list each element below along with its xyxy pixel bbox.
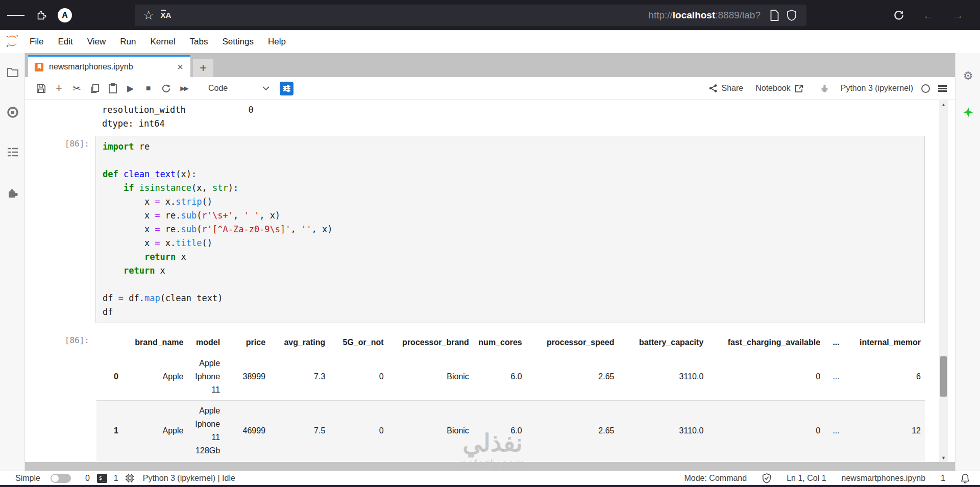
run-cell-button[interactable]: ▶ [121,81,139,96]
new-tab-button[interactable]: + [193,59,213,77]
code-line: x = x.title() [103,236,919,250]
code-line: def clean_text(x): [103,167,919,181]
kernels-count: 1 [114,474,118,483]
command-mode-indicator[interactable]: Mode: Command [684,474,747,483]
running-kernels-icon[interactable] [0,106,25,118]
browser-profile-avatar[interactable]: A [56,7,74,24]
extension-manager-icon[interactable] [0,187,25,199]
share-button[interactable]: Share [722,84,744,93]
notebook-content[interactable]: resolution_width 0dtype: int64 [86]: imp… [25,100,955,462]
browser-extension-puzzle-icon[interactable] [33,7,50,24]
kernel-chip-icon[interactable] [125,473,135,483]
table-header-cell: 5G_or_not [329,332,387,353]
browser-menu-icon[interactable] [7,7,24,24]
table-cell: Apple [122,353,187,401]
scrollbar-thumb[interactable] [940,356,947,397]
table-cell: ... [824,353,844,401]
menu-run[interactable]: Run [113,37,143,47]
notebook-file-icon [34,62,44,72]
cell-type-dropdown[interactable]: Code [205,82,273,94]
toolbar-menu-icon[interactable] [938,84,947,93]
ai-sparkle-icon[interactable] [955,106,980,118]
kernel-status-text[interactable]: Python 3 (ipykernel) | Idle [143,474,235,483]
avatar: A [58,8,72,22]
code-line: if isinstance(x, str): [103,181,919,195]
notification-count[interactable]: 1 [941,474,945,483]
right-sidebar-strip: ⚙ [955,53,980,471]
menu-help[interactable]: Help [261,37,293,47]
paste-cells-button[interactable] [104,81,121,96]
terminal-icon[interactable]: $_ [97,474,107,483]
kernel-status-icon[interactable] [921,84,930,93]
url-text[interactable]: http://localhost:8889/lab? [648,10,761,21]
save-button[interactable] [32,81,50,96]
notebook-link[interactable]: Notebook [755,84,791,93]
restart-kernel-button[interactable] [157,81,175,96]
tab-close-icon[interactable]: × [175,62,185,72]
code-editor[interactable]: import re def clean_text(x): if isinstan… [95,136,925,323]
debugger-bug-icon[interactable] [820,84,829,93]
cut-cells-button[interactable]: ✂ [68,81,86,96]
address-bar[interactable]: ☆ XA http://localhost:8889/lab? [135,5,806,26]
code-cell-row: [86]: import re def clean_text(x): if is… [25,136,955,323]
table-cell: 0 [329,401,387,461]
share-icon [708,84,718,93]
copy-cells-button[interactable] [86,81,104,96]
external-link-icon[interactable] [795,84,803,93]
shield-icon[interactable] [783,7,800,24]
horizontal-scroll-track[interactable] [25,462,955,471]
forward-arrow-icon[interactable]: → [949,7,967,24]
settings-gear-icon[interactable]: ⚙ [955,69,980,83]
cursor-position[interactable]: Ln 1, Col 1 [787,474,826,483]
terminals-count: 0 [85,474,90,483]
code-line: return x [103,250,919,264]
bookmark-star-icon[interactable]: ☆ [140,7,157,24]
table-cell: Bionic [388,401,473,461]
screen: A ☆ XA http://localhost:8889/lab? ← → Fi… [0,0,980,487]
table-header-cell: ... [824,332,844,353]
jupyter-logo [5,34,19,50]
notebook-toolbar: + ✂ ▶ ■ ▶▶ Code [25,77,955,100]
table-header-cell: processor_brand [388,332,473,353]
table-cell: 2.65 [526,353,619,401]
menu-tabs[interactable]: Tabs [183,37,215,47]
menu-kernel[interactable]: Kernel [143,37,182,47]
menu-file[interactable]: File [22,37,51,47]
table-header-cell [96,332,122,353]
status-bar-right: Mode: Command Ln 1, Col 1 newsmartphones… [684,473,970,483]
page-document-icon[interactable] [766,7,783,24]
table-of-contents-icon[interactable] [0,147,25,158]
table-header-cell: battery_capacity [619,332,708,353]
table-cell: AppleIphone11 [187,353,224,401]
add-cell-button[interactable]: + [50,81,68,96]
workspace: newsmartphones.ipynb × + + ✂ ▶ ■ [0,53,980,471]
table-cell: 6.0 [473,353,526,401]
table-cell: 0 [329,353,387,401]
code-line: x = x.strip() [103,195,919,209]
scroll-down-icon[interactable]: ▼ [939,453,948,462]
restart-run-all-button[interactable]: ▶▶ [175,81,193,96]
code-line: df = df.map(clean_text) [103,291,919,305]
kernel-name[interactable]: Python 3 (ipykernel) [841,84,913,93]
menu-view[interactable]: View [80,37,113,47]
table-cell: 0 [707,353,824,401]
file-browser-icon[interactable] [0,66,25,78]
back-arrow-icon[interactable]: ← [920,7,937,24]
sliders-settings-icon[interactable] [280,82,293,95]
table-cell: AppleIphone11128Gb [187,401,224,461]
interrupt-kernel-button[interactable]: ■ [139,81,157,96]
code-line: df [103,305,919,319]
translate-icon[interactable]: XA [157,7,175,24]
output-cell-row: [86]: brand_namemodelpriceavg_rating5G_o… [25,332,955,461]
table-header-cell: fast_charging_available [707,332,824,353]
menu-edit[interactable]: Edit [51,37,80,47]
notification-bell-icon[interactable] [961,473,970,483]
vertical-scrollbar[interactable]: ▲ ▼ [939,100,948,462]
reload-icon[interactable] [890,7,908,24]
scroll-up-icon[interactable]: ▲ [939,100,948,109]
notebook-tab[interactable]: newsmartphones.ipynb × [28,55,190,77]
statusbar-filename: newsmartphones.ipynb [842,474,926,483]
simple-mode-toggle[interactable] [51,474,71,483]
table-cell: ... [824,401,844,461]
menu-settings[interactable]: Settings [215,37,261,47]
